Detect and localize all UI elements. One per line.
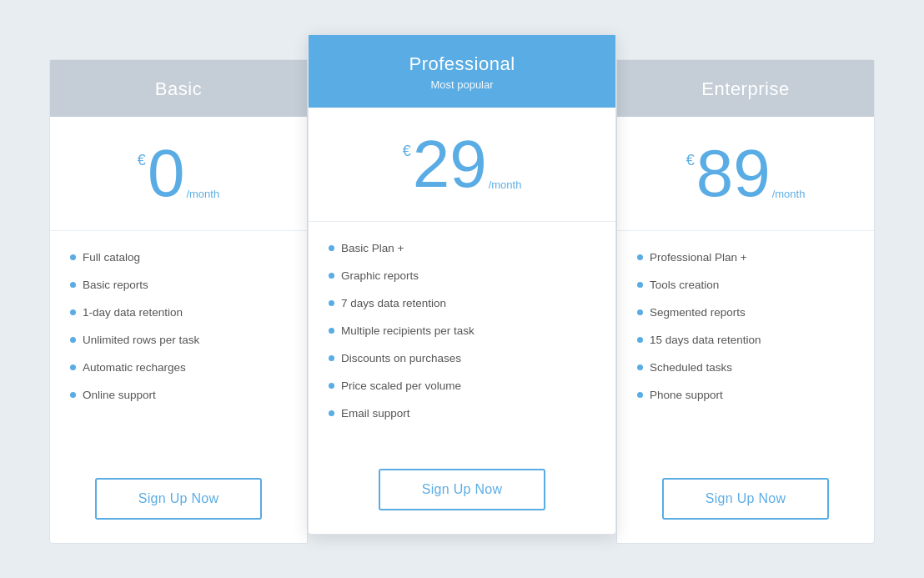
bullet-icon (70, 392, 76, 398)
bullet-icon (637, 254, 643, 260)
bullet-icon (329, 383, 334, 389)
feature-text: Professional Plan + (650, 251, 747, 264)
signup-section-enterprise: Sign Up Now (617, 465, 874, 543)
pricing-container: Basic€0/monthFull catalogBasic reports1-… (16, 18, 908, 560)
features-section-enterprise: Professional Plan +Tools creationSegment… (617, 231, 874, 465)
feature-text: Phone support (650, 389, 723, 401)
bullet-icon (637, 364, 643, 370)
feature-text: Tools creation (650, 279, 719, 291)
plan-card-professional: ProfessionalMost popular€29/monthBasic P… (308, 34, 616, 535)
bullet-icon (329, 410, 334, 416)
price-amount-enterprise: 89 (696, 140, 771, 207)
bullet-icon (70, 254, 76, 260)
bullet-icon (329, 273, 334, 279)
price-amount-professional: 29 (413, 131, 487, 198)
list-item: Multiple recipients per task (329, 324, 595, 337)
feature-text: 15 days data retention (650, 334, 761, 346)
plan-header-enterprise: Enterprise (617, 60, 874, 117)
feature-text: Basic reports (83, 279, 148, 291)
signup-section-basic: Sign Up Now (50, 465, 307, 543)
list-item: 7 days data retention (329, 297, 595, 309)
bullet-icon (329, 328, 334, 334)
feature-text: Full catalog (83, 251, 140, 264)
list-item: 1-day data retention (70, 306, 287, 319)
list-item: Scheduled tasks (637, 361, 854, 374)
list-item: 15 days data retention (637, 334, 854, 346)
list-item: Professional Plan + (637, 251, 854, 264)
feature-text: Online support (83, 389, 156, 401)
feature-text: Discounts on purchases (341, 352, 461, 364)
currency-enterprise: € (686, 152, 695, 169)
price-section-enterprise: €89/month (617, 117, 874, 231)
feature-text: Basic Plan + (341, 242, 404, 254)
price-section-professional: €29/month (309, 108, 615, 222)
bullet-icon (637, 309, 643, 315)
list-item: Segmented reports (637, 306, 854, 319)
bullet-icon (329, 355, 334, 361)
feature-text: Graphic reports (341, 269, 419, 282)
plan-name-basic: Basic (67, 78, 290, 100)
feature-text: 7 days data retention (341, 297, 446, 309)
bullet-icon (637, 337, 643, 343)
list-item: Full catalog (70, 251, 287, 264)
signup-button-enterprise[interactable]: Sign Up Now (662, 478, 830, 520)
bullet-icon (637, 282, 643, 288)
price-period-professional: /month (489, 178, 522, 191)
bullet-icon (329, 245, 334, 251)
plan-name-enterprise: Enterprise (634, 78, 857, 100)
plan-subtitle-professional: Most popular (325, 78, 599, 91)
feature-text: Email support (341, 407, 410, 420)
list-item: Discounts on purchases (329, 352, 595, 364)
price-period-basic: /month (186, 188, 219, 200)
feature-text: Multiple recipients per task (341, 324, 475, 337)
list-item: Automatic recharges (70, 361, 287, 374)
feature-text: 1-day data retention (83, 306, 183, 319)
bullet-icon (329, 300, 334, 306)
list-item: Basic Plan + (329, 242, 595, 254)
currency-basic: € (138, 152, 146, 169)
list-item: Tools creation (637, 279, 854, 291)
signup-button-basic[interactable]: Sign Up Now (95, 478, 263, 520)
plan-card-basic: Basic€0/monthFull catalogBasic reports1-… (49, 59, 308, 544)
bullet-icon (70, 337, 76, 343)
currency-professional: € (403, 143, 411, 160)
signup-button-professional[interactable]: Sign Up Now (379, 469, 546, 510)
list-item: Email support (329, 407, 595, 420)
plan-card-enterprise: Enterprise€89/monthProfessional Plan +To… (616, 59, 875, 544)
feature-text: Segmented reports (650, 306, 746, 319)
list-item: Graphic reports (329, 269, 595, 282)
feature-text: Scheduled tasks (650, 361, 732, 374)
plan-header-professional: ProfessionalMost popular (309, 35, 615, 108)
features-section-basic: Full catalogBasic reports1-day data rete… (50, 231, 307, 465)
bullet-icon (70, 364, 76, 370)
list-item: Basic reports (70, 279, 287, 291)
feature-text: Automatic recharges (83, 361, 186, 374)
signup-section-professional: Sign Up Now (309, 455, 615, 534)
bullet-icon (70, 309, 76, 315)
plan-header-basic: Basic (50, 60, 307, 117)
features-section-professional: Basic Plan +Graphic reports7 days data r… (309, 222, 615, 455)
list-item: Online support (70, 389, 287, 401)
feature-text: Unlimited rows per task (83, 334, 199, 346)
list-item: Phone support (637, 389, 854, 401)
bullet-icon (70, 282, 76, 288)
feature-text: Price scaled per volume (341, 379, 461, 392)
plan-name-professional: Professional (325, 53, 599, 75)
bullet-icon (637, 392, 643, 398)
price-section-basic: €0/month (50, 117, 307, 231)
price-amount-basic: 0 (148, 140, 185, 207)
price-period-enterprise: /month (772, 188, 806, 200)
list-item: Price scaled per volume (329, 379, 595, 392)
list-item: Unlimited rows per task (70, 334, 287, 346)
